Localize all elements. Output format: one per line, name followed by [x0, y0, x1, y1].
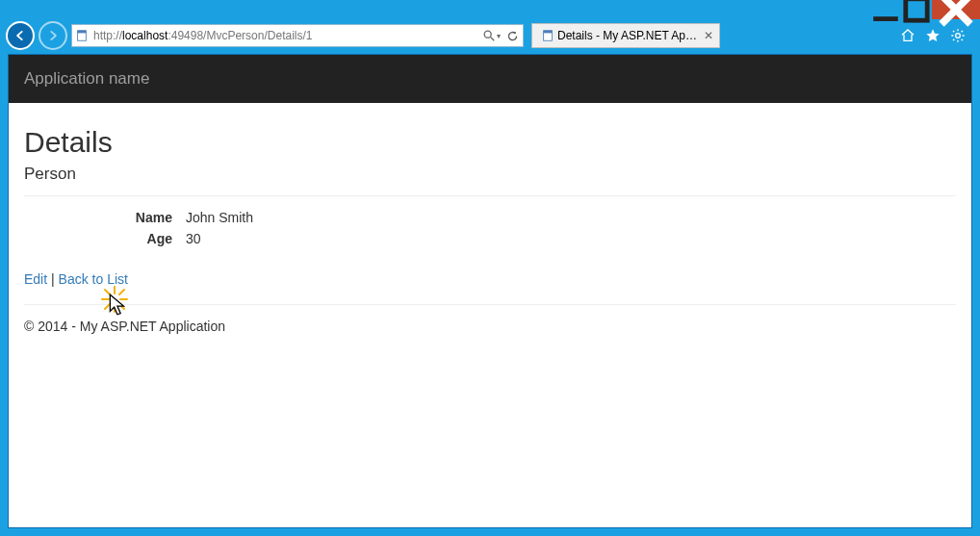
tab-close-icon[interactable]: ✕ [700, 29, 713, 42]
search-dropdown-icon[interactable]: ▾ [480, 25, 502, 46]
tab-title: Details - My ASP.NET Appli... [557, 29, 700, 42]
window-titlebar [0, 0, 980, 21]
field-name-label: Name [32, 210, 186, 225]
browser-tab[interactable]: Details - My ASP.NET Appli... ✕ [531, 23, 720, 48]
definition-list: Name John Smith Age 30 [32, 210, 956, 246]
svg-rect-5 [78, 31, 87, 34]
footer-text: © 2014 - My ASP.NET Application [24, 319, 956, 345]
field-age-label: Age [32, 231, 186, 246]
browser-toolbar: http://localhost:49498/MvcPerson/Details… [0, 21, 980, 54]
window-maximize-button[interactable] [901, 0, 932, 19]
field-age-value: 30 [186, 231, 956, 246]
page-viewport: Application name Details Person Name Joh… [8, 54, 972, 528]
url-host: localhost [122, 29, 168, 42]
edit-link[interactable]: Edit [24, 271, 47, 287]
svg-point-6 [484, 31, 491, 38]
app-navbar: Application name [9, 55, 971, 103]
favorites-icon[interactable] [924, 27, 941, 44]
page-body: Details Person Name John Smith Age 30 Ed… [9, 103, 971, 527]
browser-window: http://localhost:49498/MvcPerson/Details… [0, 0, 980, 536]
nav-back-button[interactable] [6, 21, 35, 50]
address-text[interactable]: http://localhost:49498/MvcPerson/Details… [91, 29, 480, 42]
tab-strip: Details - My ASP.NET Appli... ✕ [531, 23, 720, 48]
window-close-button[interactable] [932, 0, 980, 19]
svg-point-10 [956, 34, 961, 38]
window-minimize-button[interactable] [870, 0, 901, 19]
back-to-list-link[interactable]: Back to List [59, 271, 128, 287]
svg-line-7 [490, 38, 494, 41]
page-icon [72, 29, 91, 42]
link-separator: | [47, 271, 58, 287]
page-subtitle: Person [24, 165, 956, 184]
divider [24, 195, 956, 196]
home-icon[interactable] [899, 27, 916, 44]
url-scheme: http:// [93, 29, 122, 42]
address-bar[interactable]: http://localhost:49498/MvcPerson/Details… [71, 24, 524, 47]
nav-forward-button[interactable] [39, 21, 67, 50]
field-name-value: John Smith [186, 210, 956, 225]
toolbar-icons [891, 27, 974, 44]
brand-link[interactable]: Application name [24, 69, 149, 89]
svg-rect-9 [544, 31, 553, 34]
tab-page-icon [538, 29, 557, 42]
svg-rect-1 [906, 0, 927, 20]
page-title: Details [24, 126, 956, 159]
refresh-icon[interactable] [502, 25, 523, 46]
footer-divider [24, 304, 956, 305]
action-links: Edit | Back to List [24, 271, 956, 287]
url-path: :49498/MvcPerson/Details/1 [168, 29, 312, 42]
tools-icon[interactable] [949, 27, 967, 44]
